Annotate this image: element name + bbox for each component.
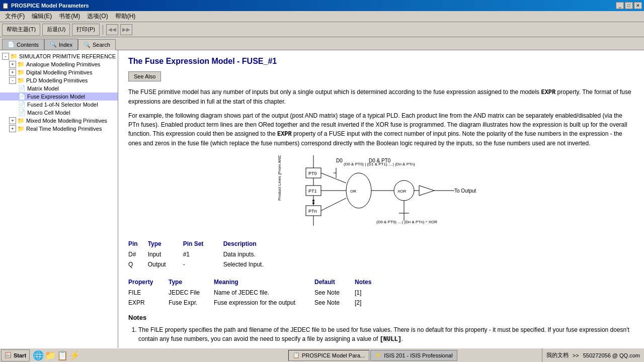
tab-bar: 📄 Contents 🔍 Index 🔍 Search — [0, 37, 644, 50]
ie-icon[interactable]: 🌐 — [33, 350, 44, 361]
app1-icon[interactable]: 📋 — [57, 350, 68, 361]
sidebar: - 📁 SIMULATOR PRIMITIVE REFERENCE + 📁 An… — [0, 50, 118, 348]
macro-page-icon: 📄 — [18, 109, 26, 116]
type-col-header: Type — [148, 238, 183, 249]
sidebar-item-pld[interactable]: - 📁 PLD Modelling Primitives — [0, 76, 118, 84]
menu-bar: 文件(F) 编辑(E) 书签(M) 选项(O) 帮助(H) — [0, 11, 644, 22]
contents-icon: 📄 — [8, 41, 15, 48]
app-title: PROSPICE Model Parameters — [11, 3, 89, 9]
nav-forward-button[interactable]: ▶▶ — [120, 24, 132, 35]
sidebar-label-digital: Digital Modelling Primitives — [26, 69, 92, 75]
svg-text:To Output: To Output — [454, 188, 476, 194]
svg-text:PT0: PT0 — [308, 171, 317, 176]
pinset-col-header: Pin Set — [183, 238, 223, 249]
expand-pld[interactable]: - — [9, 77, 16, 84]
note-1-text: The FILE property specifies the path and… — [138, 326, 629, 342]
menu-bookmark[interactable]: 书签(M) — [56, 11, 83, 22]
minimize-button[interactable]: _ — [616, 2, 624, 9]
realtime-folder-icon: 📁 — [17, 125, 25, 132]
svg-text:D0: D0 — [336, 158, 343, 163]
property-table: Property Type Meaning Default Notes FILE… — [128, 277, 381, 308]
expand-realtime[interactable]: + — [9, 125, 16, 132]
table-row: Q Output - Selected Input. — [128, 259, 274, 269]
svg-line-15 — [321, 198, 346, 211]
svg-text:OR: OR — [350, 189, 356, 194]
taskbar-item-prospice[interactable]: 📋 PROSPICE Model Para... — [288, 350, 369, 361]
maximize-button[interactable]: □ — [625, 2, 633, 9]
back-button[interactable]: 后退(U) — [42, 24, 70, 36]
circuit-diagram: D0 D0 & PT0 Product Lines (From AND Arra… — [128, 155, 634, 231]
folder-icon[interactable]: 📁 — [45, 350, 56, 361]
sidebar-item-macro[interactable]: 📄 Macro Cell Model — [0, 109, 118, 117]
svg-text:(D0 & PT0) | (D1 & PT1) ... | : (D0 & PT0) | (D1 & PT1) ... | (Dn & PTn) — [344, 162, 415, 166]
menu-file[interactable]: 文件(F) — [2, 11, 28, 22]
meaning-col-header: Meaning — [214, 277, 314, 288]
tray-folder: 我的文档 — [546, 351, 569, 359]
null-code: [NULL] — [380, 336, 401, 343]
expand-mixed[interactable]: + — [9, 117, 16, 124]
menu-help[interactable]: 帮助(H) — [112, 11, 139, 22]
taskbar-items: 📋 PROSPICE Model Para... ⚡ ISIS 201 - IS… — [287, 349, 542, 362]
close-button[interactable]: ✕ — [634, 2, 642, 9]
sidebar-item-root[interactable]: - 📁 SIMULATOR PRIMITIVE REFERENCE — [0, 52, 118, 60]
search-icon: 🔍 — [84, 42, 91, 48]
main-layout: - 📁 SIMULATOR PRIMITIVE REFERENCE + 📁 An… — [0, 50, 644, 348]
tab-search[interactable]: 🔍 Search — [78, 39, 116, 50]
content-area: The Fuse Expression Model - FUSE_#1 See … — [118, 50, 644, 348]
sidebar-item-realtime[interactable]: + 📁 Real Time Modelling Primitives — [0, 125, 118, 133]
sidebar-item-mixed[interactable]: + 📁 Mixed Mode Modelling Primitives — [0, 117, 118, 125]
svg-text:PT1: PT1 — [308, 189, 317, 194]
desc-data: Data inputs. — [223, 249, 274, 259]
sidebar-item-digital[interactable]: + 📁 Digital Modelling Primitives — [0, 68, 118, 76]
taskbar-item-isis[interactable]: ⚡ ISIS 201 - ISIS Professional — [370, 350, 457, 361]
notes-header: Notes — [128, 313, 634, 323]
sidebar-item-fuse[interactable]: 📄 Fuse Expression Model — [0, 93, 118, 101]
matrix-page-icon: 📄 — [18, 85, 26, 92]
proptype-fuse: Fuse Expr. — [169, 298, 214, 308]
menu-edit[interactable]: 编辑(E) — [29, 11, 55, 22]
menu-options[interactable]: 选项(O) — [84, 11, 111, 22]
expand-digital[interactable]: + — [9, 69, 16, 76]
sidebar-item-analogue[interactable]: + 📁 Analogue Modelling Primitives — [0, 60, 118, 68]
quick-launch: 🌐 📁 📋 ⚡ — [31, 350, 287, 361]
analogue-folder-icon: 📁 — [17, 61, 25, 68]
start-button[interactable]: 🪟 Start — [1, 349, 30, 361]
see-also-button[interactable]: See Also — [128, 71, 161, 81]
sidebar-label-macro: Macro Cell Model — [27, 110, 70, 116]
circuit-svg: D0 D0 & PT0 Product Lines (From AND Arra… — [276, 155, 487, 231]
svg-marker-19 — [419, 186, 434, 196]
table-row: FILE JEDEC File Name of JEDEC file. See … — [128, 288, 381, 298]
fused-page-icon: 📄 — [18, 101, 26, 108]
content-title: The Fuse Expression Model - FUSE_#1 — [128, 55, 634, 67]
proptype-jedec: JEDEC File — [169, 288, 214, 298]
note-2-text: The fuse expression must be specified - … — [138, 347, 296, 348]
expand-root[interactable]: - — [2, 53, 9, 60]
tab-contents[interactable]: 📄 Contents — [2, 39, 44, 50]
sidebar-item-matrix[interactable]: 📄 Matrix Model — [0, 84, 118, 93]
expr-code-1: EXPR — [541, 89, 555, 96]
help-topic-button[interactable]: 帮助主题(T) — [2, 24, 40, 36]
tab-index[interactable]: 🔍 Index — [44, 39, 78, 50]
print-button[interactable]: 打印(P) — [72, 24, 100, 36]
desc-selected: Selected Input. — [223, 259, 274, 269]
expand-analogue[interactable]: + — [9, 61, 16, 68]
svg-text:PTn: PTn — [308, 209, 317, 214]
sidebar-item-fused[interactable]: 📄 Fused 1-of-N Selector Model — [0, 101, 118, 109]
type-input: Input — [148, 249, 183, 259]
sidebar-label-fuse: Fuse Expression Model — [27, 94, 85, 100]
digital-folder-icon: 📁 — [17, 69, 25, 76]
isis-label: ISIS 201 - ISIS Professional — [384, 352, 452, 358]
sidebar-label-analogue: Analogue Modelling Primitives — [26, 61, 100, 67]
app-icon: 📋 — [2, 3, 9, 9]
meaning-expr: Fuse expression for the output — [214, 298, 314, 308]
note-item-1: The FILE property specifies the path and… — [138, 325, 634, 344]
nav-back-button[interactable]: ◀◀ — [106, 24, 118, 35]
table-row: D# Input #1 Data inputs. — [128, 249, 274, 259]
app2-icon[interactable]: ⚡ — [69, 350, 80, 361]
sidebar-label-root: SIMULATOR PRIMITIVE REFERENCE — [19, 53, 116, 59]
tray-qq: 550272056 @ QQ.com — [583, 352, 640, 358]
sidebar-label-pld: PLD Modelling Primitives — [26, 77, 88, 83]
notes-expr: [2] — [355, 298, 381, 308]
toolbar: 帮助主题(T) 后退(U) 打印(P) ◀◀ ▶▶ — [0, 22, 644, 37]
sidebar-label-fused: Fused 1-of-N Selector Model — [27, 102, 98, 108]
